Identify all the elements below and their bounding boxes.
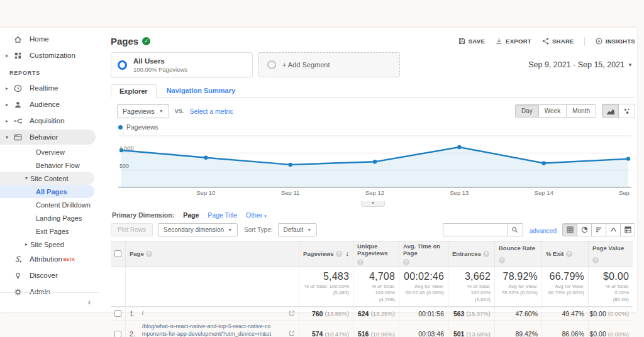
insights-button[interactable]: INSIGHTS: [595, 37, 635, 45]
open-page-icon[interactable]: [286, 310, 295, 318]
svg-text:1,500: 1,500: [119, 133, 134, 135]
view-comparison-button[interactable]: [606, 223, 621, 236]
metric-dropdown[interactable]: Pageviews ▼: [117, 104, 169, 118]
row-checkbox[interactable]: [114, 331, 121, 337]
help-icon[interactable]: ?: [357, 259, 364, 265]
svg-text:1,000: 1,000: [119, 145, 134, 152]
sidebar-label: Audience: [30, 101, 60, 108]
view-performance-button[interactable]: [591, 223, 606, 236]
report-tabs: Explorer Navigation Summary: [111, 84, 635, 98]
bar-chart-icon: [596, 226, 602, 233]
attribution-icon: [13, 254, 23, 264]
chevron-right-icon[interactable]: ▸: [4, 118, 9, 124]
row-index: 1.: [130, 310, 135, 318]
help-icon[interactable]: ?: [483, 251, 489, 257]
sidebar-item-overview[interactable]: Overview: [0, 145, 99, 158]
help-icon[interactable]: ?: [403, 259, 409, 265]
chevron-right-icon[interactable]: ▸: [4, 53, 9, 58]
select-metric-link[interactable]: Select a metric: [189, 108, 233, 115]
sidebar-item-discover[interactable]: Discover: [0, 267, 99, 284]
sidebar-item-acquisition[interactable]: ▸ Acquisition: [0, 113, 99, 129]
total-entrances: 3,662% of Total: 100.00%(3,662): [448, 267, 495, 307]
column-header-entrances[interactable]: Entrances?: [448, 241, 495, 267]
chevron-down-icon[interactable]: ▾: [4, 135, 9, 140]
search-button[interactable]: [507, 223, 523, 236]
dimension-page-title[interactable]: Page Title: [208, 211, 237, 219]
table-search-input[interactable]: [443, 223, 507, 236]
open-page-icon[interactable]: [286, 330, 295, 337]
column-header-page-value[interactable]: Page Value?: [589, 241, 633, 267]
acquisition-icon: [13, 116, 23, 126]
granularity-month-button[interactable]: Month: [566, 104, 596, 118]
legend-label: Pageviews: [126, 123, 158, 131]
tab-explorer[interactable]: Explorer: [111, 84, 157, 98]
sidebar-label: Behavior: [30, 133, 58, 141]
date-range-selector[interactable]: Sep 9, 2021 - Sep 15, 2021 ▼: [528, 52, 635, 77]
total-avg-time: 00:02:46Avg for View:00:02:46 (0.00%): [399, 267, 448, 307]
sidebar-item-customization[interactable]: ▸ Customization: [0, 47, 99, 64]
granularity-week-button[interactable]: Week: [538, 104, 567, 118]
row-checkbox[interactable]: [114, 310, 121, 317]
chevron-down-icon: ▼: [228, 228, 232, 232]
help-icon[interactable]: ?: [566, 251, 572, 257]
segment-all-users[interactable]: All Users 100.00% Pageviews: [111, 52, 253, 77]
line-chart-toggle-button[interactable]: [602, 104, 619, 118]
timeline-expand-handle[interactable]: ▼: [361, 201, 385, 207]
sidebar-item-audience[interactable]: ▸ Audience: [0, 96, 99, 113]
chevron-down-icon[interactable]: ▾: [25, 175, 28, 181]
sort-type-dropdown[interactable]: Default ▼: [278, 223, 318, 236]
view-pivot-button[interactable]: [620, 223, 635, 236]
sidebar-item-exit-pages[interactable]: Exit Pages: [0, 224, 99, 238]
column-header-avg-time[interactable]: Avg. Time on Page?: [399, 241, 448, 267]
save-icon: [458, 37, 466, 45]
sidebar-item-behavior[interactable]: ▾ Behavior: [0, 129, 99, 145]
view-percentage-button[interactable]: [577, 223, 592, 236]
total-bounce-rate: 78.92%Avg for View:78.92% (0.00%): [495, 267, 542, 307]
column-header-bounce-rate[interactable]: Bounce Rate?: [495, 241, 542, 267]
sidebar-label: Customization: [30, 52, 75, 59]
pageviews-chart[interactable]: 5001,0001,500Sep 10Sep 11Sep 12Sep 13Sep…: [118, 133, 631, 201]
share-button[interactable]: SHARE: [541, 37, 574, 45]
page-path-link[interactable]: /blog/what-is-react-native-and-top-5-rea…: [142, 323, 275, 337]
tab-navigation-summary[interactable]: Navigation Summary: [167, 87, 235, 97]
data-table-icon: [567, 226, 574, 233]
export-button[interactable]: EXPORT: [495, 37, 531, 45]
chevron-right-icon[interactable]: ▸: [4, 86, 9, 91]
motion-chart-toggle-button[interactable]: [618, 104, 635, 118]
help-icon[interactable]: ?: [146, 251, 152, 257]
column-header-pageviews[interactable]: Pageviews? ↓: [299, 241, 353, 267]
sidebar-item-site-content[interactable]: ▾ Site Content: [0, 172, 99, 185]
help-icon[interactable]: ?: [499, 257, 505, 263]
chevron-right-icon[interactable]: ▸: [4, 102, 9, 108]
sidebar-item-site-speed[interactable]: ▸ Site Speed: [0, 238, 99, 251]
view-data-table-button[interactable]: [562, 223, 577, 236]
save-button[interactable]: SAVE: [458, 37, 485, 45]
help-icon[interactable]: ?: [592, 257, 599, 263]
sidebar-item-attribution[interactable]: Attribution BETA: [0, 251, 99, 267]
column-header-page[interactable]: Page?: [126, 241, 299, 267]
granularity-day-button[interactable]: Day: [515, 104, 539, 118]
dimension-page[interactable]: Page: [183, 211, 199, 219]
secondary-dimension-dropdown[interactable]: Secondary dimension ▼: [158, 223, 238, 236]
segment-name: All Users: [133, 57, 187, 65]
plot-rows-button[interactable]: Plot Rows: [111, 223, 153, 236]
help-icon[interactable]: ?: [336, 251, 342, 257]
segment-detail: 100.00% Pageviews: [133, 66, 187, 73]
sidebar-item-home[interactable]: Home: [0, 31, 99, 47]
advanced-search-link[interactable]: advanced: [530, 228, 557, 235]
sidebar-item-realtime[interactable]: ▸ Realtime: [0, 80, 99, 96]
sidebar-item-landing-pages[interactable]: Landing Pages: [0, 211, 99, 224]
column-header-pct-exit[interactable]: % Exit?: [542, 241, 589, 267]
chevron-right-icon[interactable]: ▸: [25, 241, 28, 247]
sidebar-item-content-drilldown[interactable]: Content Drilldown: [0, 198, 99, 211]
dimension-other-dropdown[interactable]: Other ▾: [246, 211, 267, 219]
sidebar-collapse-button[interactable]: ‹: [0, 292, 99, 307]
column-header-unique-pageviews[interactable]: Unique Pageviews?: [353, 241, 399, 267]
add-segment-button[interactable]: + Add Segment: [258, 52, 400, 77]
sidebar-label: Attribution: [30, 255, 62, 263]
sort-descending-icon[interactable]: ↓: [346, 250, 350, 258]
page-path-link[interactable]: /: [142, 310, 144, 318]
sidebar-item-all-pages[interactable]: All Pages: [0, 185, 99, 198]
sidebar-item-behavior-flow[interactable]: Behavior Flow: [0, 158, 99, 172]
select-all-checkbox[interactable]: [114, 250, 121, 257]
